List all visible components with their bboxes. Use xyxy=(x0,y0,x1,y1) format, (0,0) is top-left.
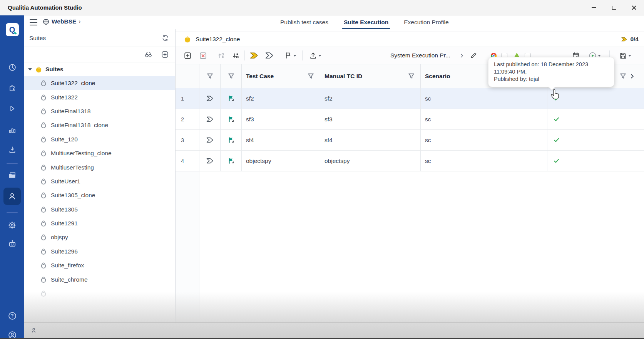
suite-item-partial[interactable] xyxy=(24,287,175,300)
table-row[interactable]: 4 objectspy objectspy sc xyxy=(176,151,644,171)
suite-item[interactable]: SuiteFinal1318 xyxy=(24,104,175,118)
menu-button[interactable] xyxy=(30,19,37,25)
table-row[interactable]: 2 sf3 sf3 sc xyxy=(176,109,644,130)
cell-publish-status[interactable] xyxy=(547,109,640,129)
tab-publish-test-cases[interactable]: Publish test cases xyxy=(280,15,328,29)
filter-icon xyxy=(206,72,214,80)
cell-test-case[interactable]: sf4 xyxy=(242,130,320,150)
cell-publish-status[interactable] xyxy=(547,151,640,171)
sidebar-item-reports[interactable] xyxy=(0,126,24,134)
row-publish-badge[interactable] xyxy=(199,88,221,109)
cell-test-case[interactable]: sf3 xyxy=(242,109,320,129)
cell-publish-status[interactable] xyxy=(547,130,640,150)
sidebar-item-users-active[interactable] xyxy=(3,188,21,205)
execution-profile-label[interactable]: System Execution Pr... xyxy=(390,52,450,59)
minimize-button[interactable] xyxy=(584,0,604,15)
suite-item[interactable]: Suite1322 xyxy=(24,90,175,104)
gear-icon xyxy=(8,221,17,230)
header-flag-filter[interactable] xyxy=(221,64,242,88)
add-test-case-button[interactable] xyxy=(182,50,193,61)
suite-icon xyxy=(40,220,47,227)
filter-icon xyxy=(408,72,415,80)
row-publish-badge[interactable] xyxy=(199,151,221,171)
suite-item[interactable]: MultiuserTesting_clone xyxy=(24,146,175,160)
suite-item[interactable]: Suite_firefox xyxy=(24,258,175,272)
unpublish-button[interactable] xyxy=(263,50,275,61)
header-manual-tc-id[interactable]: Manual TC ID xyxy=(320,64,421,88)
chevron-right-icon[interactable] xyxy=(459,53,465,59)
app-logo[interactable]: Q xyxy=(0,23,24,36)
find-suite-icon[interactable] xyxy=(144,50,152,59)
flag-icon xyxy=(228,116,234,123)
suites-root-node[interactable]: Suites xyxy=(24,62,175,76)
sidebar-item-dashboard[interactable] xyxy=(0,63,24,72)
edit-profile-button[interactable] xyxy=(468,50,479,61)
move-down-button[interactable] xyxy=(230,50,241,61)
table-row[interactable]: 1 sf2 sf2 sc xyxy=(176,88,644,109)
row-flag[interactable] xyxy=(221,88,242,109)
cell-manual-tc-id[interactable]: sf3 xyxy=(320,109,421,129)
refresh-icon[interactable] xyxy=(162,34,169,42)
row-number: 2 xyxy=(176,109,199,129)
tooltip-line-2: 11:09:40 PM, xyxy=(494,68,609,76)
cell-manual-tc-id[interactable]: sf2 xyxy=(320,88,421,109)
check-icon xyxy=(553,158,560,164)
save-dropdown-button[interactable] xyxy=(615,50,635,61)
suite-item[interactable]: objspy xyxy=(24,230,175,244)
header-test-case[interactable]: Test Case xyxy=(242,64,320,88)
row-publish-badge[interactable] xyxy=(199,130,221,150)
sidebar-item-settings[interactable] xyxy=(0,221,24,230)
sidebar-item-import[interactable] xyxy=(0,146,24,154)
sidebar-item-extensions[interactable] xyxy=(0,84,24,92)
suite-item-selected[interactable]: Suite1322_clone xyxy=(24,76,175,90)
sidebar-item-run[interactable] xyxy=(0,104,24,113)
export-dropdown-button[interactable] xyxy=(306,50,325,61)
cell-publish-status[interactable] xyxy=(547,88,640,109)
breadcrumb-project: WebBSE xyxy=(52,18,76,25)
cell-scenario[interactable]: sc xyxy=(421,151,547,171)
pencil-icon xyxy=(470,52,477,59)
flag-dropdown-button[interactable] xyxy=(281,50,299,61)
row-flag[interactable] xyxy=(221,151,242,171)
row-publish-badge[interactable] xyxy=(199,109,221,129)
tab-suite-execution[interactable]: Suite Execution xyxy=(344,15,388,29)
suite-item[interactable]: SuiteUser1 xyxy=(24,175,175,188)
cell-scenario[interactable]: sc xyxy=(421,88,547,109)
sidebar-divider xyxy=(7,212,18,213)
sidebar-item-help[interactable]: ? xyxy=(0,311,24,321)
cell-manual-tc-id[interactable]: objectspy xyxy=(320,151,421,171)
move-up-button[interactable] xyxy=(215,50,227,61)
sidebar-item-files[interactable] xyxy=(0,171,24,180)
cell-test-case[interactable]: sf2 xyxy=(242,88,320,109)
cell-spacer xyxy=(640,151,644,171)
header-publish-filter[interactable] xyxy=(199,64,221,88)
suite-item[interactable]: Suite_120 xyxy=(24,133,175,146)
suite-item[interactable]: Suite_chrome xyxy=(24,272,175,286)
suite-item[interactable]: Suite1305_clone xyxy=(24,188,175,202)
remove-test-case-button[interactable] xyxy=(197,50,209,61)
suite-icon xyxy=(40,150,47,156)
suite-icon xyxy=(40,122,47,128)
table-row[interactable]: 3 sf4 sf4 sc xyxy=(176,130,644,151)
chevron-right-icon[interactable] xyxy=(629,73,635,79)
tree-collapse-icon[interactable] xyxy=(28,68,32,70)
sidebar-item-bot[interactable] xyxy=(0,239,24,248)
cell-test-case[interactable]: objectspy xyxy=(242,151,320,171)
cell-scenario[interactable]: sc xyxy=(421,109,547,129)
suite-item[interactable]: Suite1305 xyxy=(24,203,175,216)
suite-item[interactable]: MultiuserTesting xyxy=(24,160,175,174)
cell-scenario[interactable]: sc xyxy=(421,130,547,150)
suite-item[interactable]: SuiteFinal1318_clone xyxy=(24,118,175,132)
maximize-button[interactable] xyxy=(604,0,624,15)
suite-item[interactable]: Suite1291 xyxy=(24,216,175,230)
suite-item[interactable]: Suite1296 xyxy=(24,245,175,258)
tab-execution-profile[interactable]: Execution Profile xyxy=(404,15,448,29)
add-suite-icon[interactable] xyxy=(161,50,169,59)
row-flag[interactable] xyxy=(221,130,242,150)
publish-button[interactable] xyxy=(248,50,259,61)
close-button[interactable] xyxy=(624,0,644,15)
cell-manual-tc-id[interactable]: sf4 xyxy=(320,130,421,150)
suites-panel-header: Suites xyxy=(24,29,175,47)
breadcrumb[interactable]: WebBSE › xyxy=(43,18,81,25)
row-flag[interactable] xyxy=(221,109,242,129)
